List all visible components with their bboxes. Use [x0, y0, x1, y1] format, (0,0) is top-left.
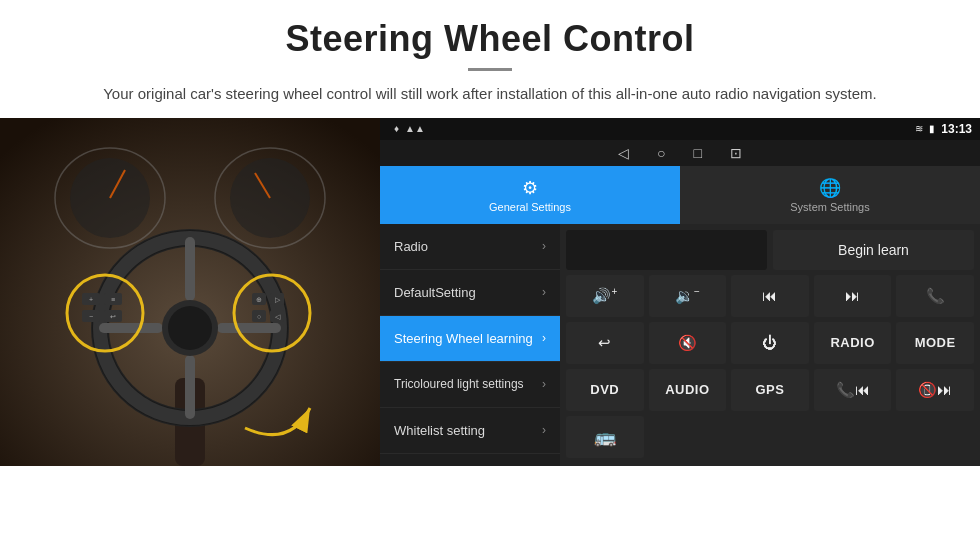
power-icon: ⏻	[762, 334, 777, 351]
hangup-button[interactable]: ↩	[566, 322, 644, 364]
wifi-icon: ≋	[915, 123, 923, 134]
menu-steering-label: Steering Wheel learning	[394, 331, 542, 346]
tab-general-label: General Settings	[489, 201, 571, 213]
control-row-3: DVD AUDIO GPS 📞⏮ 📵⏭	[566, 369, 974, 411]
dvd-button[interactable]: DVD	[566, 369, 644, 411]
dvd-label: DVD	[590, 382, 619, 397]
vol-up-button[interactable]: 🔊+	[566, 275, 644, 317]
phone-next-icon: 📵⏭	[918, 381, 952, 399]
bus-icon-button[interactable]: 🚌	[566, 416, 644, 458]
gps-button[interactable]: GPS	[731, 369, 809, 411]
gps-label: GPS	[756, 382, 785, 397]
time-display: 13:13	[941, 122, 972, 136]
main-content: Radio › DefaultSetting › Steering Wheel …	[380, 224, 980, 466]
svg-text:≡: ≡	[111, 296, 115, 303]
mute-icon: 🔇	[678, 334, 697, 352]
svg-text:↩: ↩	[110, 313, 116, 320]
system-settings-icon: 🌐	[819, 177, 841, 199]
menu-item-tricolour[interactable]: Tricoloured light settings ›	[380, 362, 560, 408]
mute-button[interactable]: 🔇	[649, 322, 727, 364]
android-screen: ♦ ▲▲ ≋ ▮ 13:13 ◁ ○ □ ⊡ ⚙ General Setting…	[380, 118, 980, 466]
tab-general[interactable]: ⚙ General Settings	[380, 166, 680, 224]
tab-system-label: System Settings	[790, 201, 869, 213]
svg-point-17	[168, 306, 212, 350]
empty-input-box	[566, 230, 767, 270]
back-button[interactable]: ◁	[618, 145, 629, 161]
car-image: + ≡ − ↩ ⊕ ▷ ○ ◁	[0, 118, 380, 466]
right-panel: Begin learn 🔊+ 🔉− ⏮ ⏭	[560, 224, 980, 466]
phone-answer-icon: 📞	[926, 287, 945, 305]
prev-track-button[interactable]: ⏮	[731, 275, 809, 317]
nav-bar: ◁ ○ □ ⊡	[380, 140, 980, 166]
recents-button[interactable]: □	[694, 145, 702, 161]
svg-text:−: −	[89, 313, 93, 320]
menu-tricolour-label: Tricoloured light settings	[394, 377, 542, 391]
mode-label: MODE	[915, 335, 956, 350]
tab-system[interactable]: 🌐 System Settings	[680, 166, 980, 224]
mode-text-button[interactable]: MODE	[896, 322, 974, 364]
control-row-2: ↩ 🔇 ⏻ RADIO MODE	[566, 322, 974, 364]
location-icon: ♦	[394, 123, 399, 134]
radio-label: RADIO	[830, 335, 874, 350]
tab-bar: ⚙ General Settings 🌐 System Settings	[380, 166, 980, 224]
radio-text-button[interactable]: RADIO	[814, 322, 892, 364]
status-bar-left: ♦ ▲▲	[394, 123, 425, 134]
menu-whitelist-label: Whitelist setting	[394, 423, 542, 438]
prev-track-icon: ⏮	[762, 287, 777, 304]
next-track-button[interactable]: ⏭	[814, 275, 892, 317]
power-button[interactable]: ⏻	[731, 322, 809, 364]
bottom-section: + ≡ − ↩ ⊕ ▷ ○ ◁	[0, 118, 980, 466]
chevron-icon-radio: ›	[542, 239, 546, 253]
phone-prev-icon: 📞⏮	[836, 381, 870, 399]
title-divider	[468, 68, 512, 71]
chevron-icon-steering: ›	[542, 331, 546, 345]
battery-icon: ▮	[929, 123, 935, 134]
phone-answer-button[interactable]: 📞	[896, 275, 974, 317]
page-title: Steering Wheel Control	[60, 18, 920, 60]
phone-prev-button[interactable]: 📞⏮	[814, 369, 892, 411]
header-section: Steering Wheel Control Your original car…	[0, 0, 980, 118]
begin-learn-row: Begin learn	[566, 230, 974, 270]
vol-down-icon: 🔉−	[675, 286, 700, 305]
vol-down-button[interactable]: 🔉−	[649, 275, 727, 317]
next-track-icon: ⏭	[845, 287, 860, 304]
hangup-icon: ↩	[598, 334, 611, 352]
status-bar: ♦ ▲▲ ≋ ▮ 13:13	[380, 118, 980, 140]
home-button[interactable]: ○	[657, 145, 665, 161]
control-row-4: 🚌	[566, 416, 974, 458]
chevron-icon-default: ›	[542, 285, 546, 299]
general-settings-icon: ⚙	[522, 177, 538, 199]
menu-default-label: DefaultSetting	[394, 285, 542, 300]
control-row-1: 🔊+ 🔉− ⏮ ⏭ 📞	[566, 275, 974, 317]
left-menu: Radio › DefaultSetting › Steering Wheel …	[380, 224, 560, 466]
menu-item-radio[interactable]: Radio ›	[380, 224, 560, 270]
bus-icon: 🚌	[594, 426, 616, 448]
menu-item-steering[interactable]: Steering Wheel learning ›	[380, 316, 560, 362]
svg-text:○: ○	[257, 313, 261, 320]
status-icons: ≋ ▮ 13:13	[915, 122, 972, 136]
chevron-icon-whitelist: ›	[542, 423, 546, 437]
svg-text:+: +	[89, 296, 93, 303]
page-subtitle: Your original car's steering wheel contr…	[60, 83, 920, 106]
svg-text:⊕: ⊕	[256, 296, 262, 303]
audio-button[interactable]: AUDIO	[649, 369, 727, 411]
chevron-icon-tricolour: ›	[542, 377, 546, 391]
begin-learn-button[interactable]: Begin learn	[773, 230, 974, 270]
vol-up-icon: 🔊+	[592, 286, 617, 305]
phone-next-button[interactable]: 📵⏭	[896, 369, 974, 411]
menu-item-default[interactable]: DefaultSetting ›	[380, 270, 560, 316]
audio-label: AUDIO	[665, 382, 709, 397]
menu-item-whitelist[interactable]: Whitelist setting ›	[380, 408, 560, 454]
screenshot-button[interactable]: ⊡	[730, 145, 742, 161]
menu-radio-label: Radio	[394, 239, 542, 254]
signal-icon: ▲▲	[405, 123, 425, 134]
